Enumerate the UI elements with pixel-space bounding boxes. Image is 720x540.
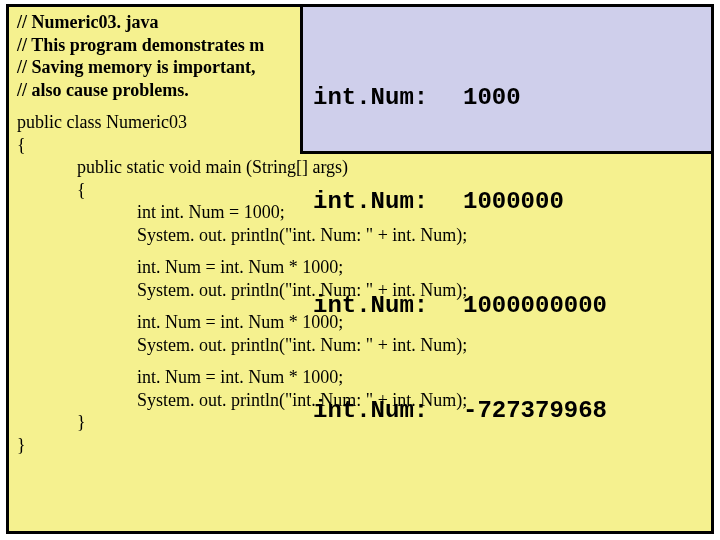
output-row: int.Num: 1000000 — [313, 185, 701, 220]
comment-line: // Numeric03. java — [17, 12, 158, 32]
output-value: 1000000000 — [463, 289, 607, 324]
output-value: 1000000 — [463, 185, 564, 220]
output-label: int.Num: — [313, 289, 463, 324]
output-label: int.Num: — [313, 185, 463, 220]
output-row: int.Num: 1000000000 — [313, 289, 701, 324]
output-label: int.Num: — [313, 81, 463, 116]
comment-line: // This program demonstrates m — [17, 35, 264, 55]
comment-line: // Saving memory is important, — [17, 57, 256, 77]
output-value: 1000 — [463, 81, 521, 116]
output-label: int.Num: — [313, 394, 463, 429]
slide: // Numeric03. java // This program demon… — [0, 0, 720, 540]
comment-line: // also cause problems. — [17, 80, 189, 100]
output-row: int.Num: -727379968 — [313, 394, 701, 429]
output-value: -727379968 — [463, 394, 607, 429]
program-output-box: int.Num: 1000 int.Num: 1000000 int.Num: … — [300, 4, 714, 154]
output-row: int.Num: 1000 — [313, 81, 701, 116]
